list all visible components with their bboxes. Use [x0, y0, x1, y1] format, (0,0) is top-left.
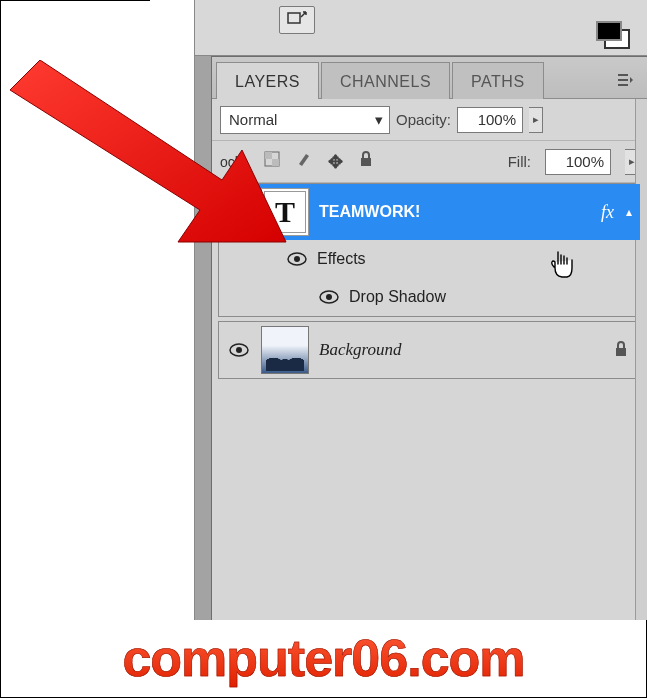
lock-label: ock:: [220, 154, 246, 170]
fx-badge[interactable]: fx: [601, 202, 614, 223]
lock-all-icon[interactable]: [359, 151, 373, 173]
blend-mode-value: Normal: [229, 111, 277, 128]
eye-icon[interactable]: [319, 290, 339, 304]
canvas-area: [150, 0, 195, 620]
cursor-hand-icon: [550, 250, 576, 280]
svg-rect-5: [272, 159, 279, 166]
free-transform-icon[interactable]: [279, 6, 315, 34]
layer-row-background[interactable]: Background: [219, 322, 640, 378]
blend-opacity-row: Normal ▾ Opacity: 100% ▸: [212, 99, 647, 141]
opacity-input[interactable]: 100%: [457, 107, 523, 133]
layers-panel: LAYERS CHANNELS PATHS Normal ▾ Opacity: …: [211, 56, 647, 620]
lock-pixels-icon[interactable]: [296, 151, 312, 173]
fill-value: 100%: [566, 153, 604, 170]
drop-shadow-label: Drop Shadow: [349, 288, 446, 306]
eye-icon[interactable]: [287, 252, 307, 266]
lock-fill-row: ock: ✥ Fill: 100% ▸: [212, 141, 647, 183]
color-swatches[interactable]: [593, 18, 637, 55]
app-chrome: LAYERS CHANNELS PATHS Normal ▾ Opacity: …: [150, 0, 647, 620]
tab-layers[interactable]: LAYERS: [216, 62, 319, 99]
svg-point-14: [236, 347, 242, 353]
lock-icons: ✥: [264, 151, 373, 173]
svg-rect-2: [597, 22, 621, 40]
tab-channels[interactable]: CHANNELS: [321, 62, 450, 99]
svg-rect-15: [616, 348, 626, 356]
fill-label: Fill:: [508, 153, 531, 170]
svg-point-8: [236, 209, 242, 215]
layer-thumbnail-text[interactable]: T: [261, 188, 309, 236]
opacity-slider-button[interactable]: ▸: [529, 107, 543, 133]
layer-name-background[interactable]: Background: [319, 340, 604, 360]
svg-point-10: [294, 256, 300, 262]
panel-menu-icon: [617, 73, 633, 87]
svg-rect-6: [361, 158, 371, 166]
layer-lock-icon: [614, 341, 628, 360]
foreground-background-icon: [593, 18, 637, 52]
fill-input[interactable]: 100%: [545, 149, 611, 175]
eye-icon: [229, 343, 249, 357]
arrows-out-icon: [286, 11, 308, 29]
tab-paths[interactable]: PATHS: [452, 62, 543, 99]
options-bar: [195, 0, 647, 56]
dropdown-arrow-icon: ▾: [375, 111, 383, 129]
blend-mode-select[interactable]: Normal ▾: [220, 106, 390, 134]
panel-tabs: LAYERS CHANNELS PATHS: [212, 57, 647, 99]
layer-row-text[interactable]: T TEAMWORK! fx ▴: [219, 184, 640, 240]
opacity-label: Opacity:: [396, 111, 451, 128]
watermark-text: computer06.com: [0, 628, 647, 688]
svg-rect-0: [288, 13, 300, 23]
lock-transparency-icon[interactable]: [264, 151, 280, 173]
visibility-toggle[interactable]: [227, 205, 251, 219]
lock-position-icon[interactable]: ✥: [328, 151, 343, 173]
visibility-toggle[interactable]: [227, 343, 251, 357]
panel-resize-handle[interactable]: [635, 57, 647, 620]
svg-point-12: [326, 294, 332, 300]
effects-label: Effects: [317, 250, 366, 268]
drop-shadow-row[interactable]: Drop Shadow: [219, 278, 640, 316]
layer-group-text: T TEAMWORK! fx ▴ Effects Drop Shadow: [218, 183, 641, 317]
layer-group-bg: Background: [218, 321, 641, 379]
layers-list: T TEAMWORK! fx ▴ Effects Drop Shadow: [212, 183, 647, 379]
eye-icon: [229, 205, 249, 219]
effects-row[interactable]: Effects: [219, 240, 640, 278]
opacity-value: 100%: [478, 111, 516, 128]
svg-rect-4: [265, 152, 272, 159]
panel-menu-button[interactable]: [607, 65, 643, 98]
layer-name-text[interactable]: TEAMWORK!: [319, 203, 591, 221]
type-thumb-glyph: T: [275, 195, 295, 229]
fx-collapse-toggle[interactable]: ▴: [626, 205, 632, 219]
layer-thumbnail-bg[interactable]: [261, 326, 309, 374]
